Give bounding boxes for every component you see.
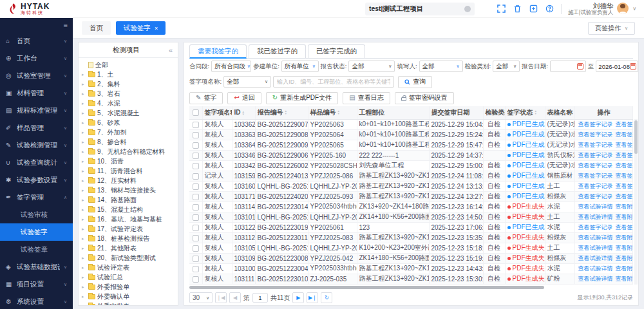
undo-action-button[interactable]: ↩退回 xyxy=(227,92,261,104)
tree-item[interactable]: ▸16、基坑、地基与基桩 xyxy=(82,214,175,224)
op-link[interactable]: 查看附件 xyxy=(616,265,633,272)
select-all-checkbox[interactable] xyxy=(193,109,199,116)
op-link[interactable]: 查看签字记录 xyxy=(578,121,613,127)
tree-item[interactable]: ▸17、试验评定表 xyxy=(82,224,175,234)
trash-icon[interactable] xyxy=(513,4,522,14)
tree-item[interactable]: ▸10、沥青 xyxy=(82,156,175,166)
tree-item[interactable]: ▸4、水泥 xyxy=(82,98,175,108)
op-link[interactable]: 查看签字报告 xyxy=(616,193,633,200)
tree-item[interactable]: ▸9、无机结合料稳定材料 xyxy=(82,147,175,156)
user-menu[interactable]: 刘德华 施工|试验室负责人 ∨ xyxy=(568,2,636,16)
row-checkbox[interactable] xyxy=(193,122,199,128)
op-link[interactable]: 查看签字记录 xyxy=(578,142,613,148)
writer-select[interactable]: 全部∨ xyxy=(419,61,463,72)
page-size-select[interactable]: 30∨ xyxy=(189,292,213,303)
report-status-select[interactable]: 全部∨ xyxy=(348,61,395,72)
first-page-button[interactable]: ❘◀ xyxy=(215,292,227,303)
tab-home[interactable]: 首页 xyxy=(82,21,111,35)
tree-item[interactable]: ▸5、水泥混凝土 xyxy=(82,108,175,118)
contract-select[interactable]: 所有合同段∨ xyxy=(211,61,251,72)
tree-item[interactable]: ▸20、新试验类型测试 xyxy=(82,253,175,263)
op-link[interactable]: 查看签字记录 xyxy=(578,162,613,169)
row-checkbox[interactable] xyxy=(193,194,199,200)
op-link[interactable]: 查看试验详情 xyxy=(578,245,613,251)
row-checkbox[interactable] xyxy=(193,256,199,262)
tree-item[interactable]: ▸12、压实材料 xyxy=(82,176,175,185)
sort-icon[interactable] xyxy=(285,110,287,115)
add-square-icon[interactable] xyxy=(529,4,538,14)
tree-item[interactable]: ▸外委确认单 xyxy=(82,292,175,301)
op-link[interactable]: 查看签字记录 xyxy=(578,152,613,158)
row-checkbox[interactable] xyxy=(193,276,199,283)
date-start-input[interactable] xyxy=(550,61,586,72)
op-link[interactable]: 查看附件 xyxy=(616,255,633,261)
sidebar-item[interactable]: ◎试验室管理∨ xyxy=(0,67,73,84)
row-checkbox[interactable] xyxy=(193,183,199,190)
row-checkbox[interactable] xyxy=(193,204,199,211)
row-checkbox[interactable] xyxy=(193,266,199,272)
pen-action-button[interactable]: ✎签字 xyxy=(189,92,223,104)
sidebar-item[interactable]: ✎试验检测管理∨ xyxy=(0,136,73,154)
vertical-scrollbar[interactable] xyxy=(634,119,638,285)
op-link[interactable]: 查看签字记录 xyxy=(578,193,613,200)
op-link[interactable]: 查看签字报告 xyxy=(616,142,633,148)
close-tab-icon[interactable]: × xyxy=(155,25,158,32)
tree-item[interactable]: ▸外委报验单 xyxy=(82,282,175,292)
tree-item[interactable]: ▸8、掺合料 xyxy=(82,137,175,147)
tree-item[interactable]: ▸试验汇总 xyxy=(82,272,175,282)
op-link[interactable]: 查看试验详情 xyxy=(578,214,613,220)
sidebar-item[interactable]: ▣材料管理∨ xyxy=(0,84,73,102)
sidebar-subitem[interactable]: 试验审核 xyxy=(0,206,73,223)
op-link[interactable]: 查看签字报告 xyxy=(616,152,633,158)
date-end-input[interactable]: 2026-01-08 xyxy=(596,61,638,72)
op-link[interactable]: 查看签字记录 xyxy=(578,224,613,230)
row-checkbox[interactable] xyxy=(193,142,199,149)
sidebar-item[interactable]: ⚙系统设置∨ xyxy=(0,293,73,309)
help-icon[interactable] xyxy=(545,4,554,14)
tree-item[interactable]: ▸1、土 xyxy=(82,70,175,79)
row-checkbox[interactable] xyxy=(193,214,199,221)
op-link[interactable]: 查看签字报告 xyxy=(616,121,633,127)
row-checkbox[interactable] xyxy=(193,225,199,231)
row-checkbox[interactable] xyxy=(193,245,199,252)
sidebar-item[interactable]: ◈试验基础数据设置∨ xyxy=(0,258,73,276)
keyword-input[interactable] xyxy=(273,76,394,88)
op-link[interactable]: 查看附件 xyxy=(616,214,633,220)
op-link[interactable]: 查看试验详情 xyxy=(578,276,613,282)
op-link[interactable]: 查看附件 xyxy=(616,234,633,241)
module-tab[interactable]: 我已签过字的 xyxy=(249,44,306,58)
fullscreen-icon[interactable] xyxy=(497,4,506,14)
tree-item[interactable]: ▸21、其他附表 xyxy=(82,243,175,253)
search-button[interactable]: 查询 xyxy=(398,76,432,88)
page-number-input[interactable] xyxy=(252,293,268,303)
sort-icon[interactable] xyxy=(242,111,245,116)
sidebar-item[interactable]: ✐样品管理∨ xyxy=(0,119,73,136)
row-checkbox[interactable] xyxy=(193,173,199,180)
sidebar-item[interactable]: ▤规程标准管理∨ xyxy=(0,102,73,119)
project-select[interactable]: test|测试工程项目 xyxy=(365,3,475,15)
refresh-action-button[interactable]: ↻重新生成PDF文件 xyxy=(266,92,338,104)
op-link[interactable]: 查看试验详情 xyxy=(578,265,613,272)
sidebar-subitem[interactable]: 试验签字 xyxy=(0,223,73,241)
last-page-button[interactable]: ▶❘ xyxy=(307,292,318,303)
sign-item-select[interactable]: 全部∨ xyxy=(223,76,271,88)
tab-test-signature[interactable]: 试验签字 × xyxy=(116,21,166,35)
sort-icon[interactable] xyxy=(535,110,537,115)
sort-icon[interactable] xyxy=(337,110,340,115)
op-link[interactable]: 查看签字报告 xyxy=(616,162,633,169)
op-link[interactable]: 查看附件 xyxy=(616,245,633,251)
sidebar-item[interactable]: ✒签字管理∧ xyxy=(0,189,73,206)
lock-action-button[interactable]: 签审密码设置 xyxy=(395,92,454,104)
sidebar-item[interactable]: ⊕工作台∨ xyxy=(0,50,73,67)
check-type-select[interactable]: 全部∨ xyxy=(493,61,520,72)
op-link[interactable]: 查看签字报告 xyxy=(616,173,633,179)
panel-collapse-icon[interactable]: « xyxy=(169,46,173,54)
module-tab[interactable]: 已签字完成的 xyxy=(308,44,365,58)
tree-item[interactable]: ▸6、砂浆 xyxy=(82,118,175,127)
row-checkbox[interactable] xyxy=(193,163,199,169)
sidebar-item[interactable]: ✱试验参数设置∨ xyxy=(0,171,73,189)
op-link[interactable]: 查看签字报告 xyxy=(616,224,633,230)
tree-item[interactable]: ▸试验评定表 xyxy=(82,263,175,272)
row-checkbox[interactable] xyxy=(193,132,199,138)
sidebar-item[interactable]: ⌂首页∨ xyxy=(0,32,73,50)
